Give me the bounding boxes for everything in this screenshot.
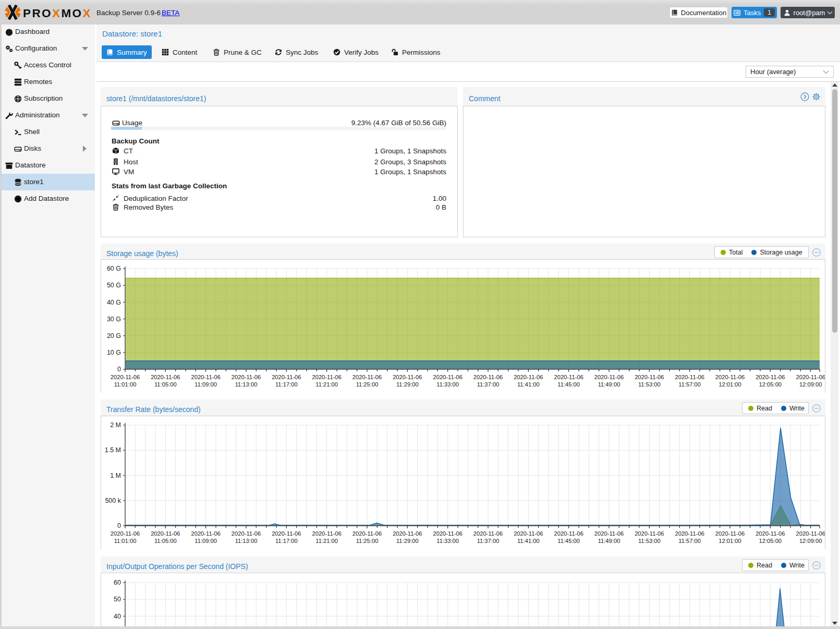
svg-text:11:33:00: 11:33:00 bbox=[436, 381, 459, 388]
svg-text:2 M: 2 M bbox=[110, 421, 121, 429]
svg-text:2020-11-06: 2020-11-06 bbox=[272, 374, 301, 380]
svg-text:11:21:00: 11:21:00 bbox=[315, 538, 338, 544]
svg-text:2020-11-06: 2020-11-06 bbox=[393, 374, 422, 380]
svg-text:2020-11-06: 2020-11-06 bbox=[715, 530, 745, 537]
svg-text:11:49:00: 11:49:00 bbox=[598, 381, 620, 388]
svg-text:2020-11-06: 2020-11-06 bbox=[312, 530, 341, 537]
svg-text:11:37:00: 11:37:00 bbox=[477, 381, 500, 388]
svg-text:11:29:00: 11:29:00 bbox=[396, 381, 419, 388]
svg-text:11:45:00: 11:45:00 bbox=[557, 538, 580, 544]
svg-text:2020-11-06: 2020-11-06 bbox=[111, 374, 140, 380]
svg-text:11:17:00: 11:17:00 bbox=[275, 381, 298, 388]
svg-text:2020-11-06: 2020-11-06 bbox=[473, 530, 503, 537]
svg-text:11:13:00: 11:13:00 bbox=[235, 538, 258, 544]
svg-text:10 G: 10 G bbox=[107, 349, 121, 356]
svg-text:2020-11-06: 2020-11-06 bbox=[151, 530, 180, 537]
svg-text:11:09:00: 11:09:00 bbox=[194, 381, 217, 388]
svg-text:2020-11-06: 2020-11-06 bbox=[191, 374, 220, 380]
svg-text:11:29:00: 11:29:00 bbox=[396, 538, 419, 544]
svg-text:2020-11-06: 2020-11-06 bbox=[312, 374, 341, 380]
svg-text:11:53:00: 11:53:00 bbox=[638, 381, 661, 388]
svg-text:2020-11-06: 2020-11-06 bbox=[675, 374, 704, 380]
svg-text:0: 0 bbox=[117, 522, 121, 529]
svg-text:11:57:00: 11:57:00 bbox=[678, 538, 701, 544]
svg-text:11:49:00: 11:49:00 bbox=[598, 538, 620, 544]
svg-text:2020-11-06: 2020-11-06 bbox=[151, 374, 180, 380]
svg-text:2020-11-06: 2020-11-06 bbox=[433, 530, 462, 537]
svg-text:12:01:00: 12:01:00 bbox=[719, 538, 741, 544]
svg-text:2020-11-06: 2020-11-06 bbox=[272, 530, 301, 537]
svg-text:2020-11-06: 2020-11-06 bbox=[756, 530, 785, 537]
svg-text:40 G: 40 G bbox=[107, 299, 121, 306]
svg-text:2020-11-06: 2020-11-06 bbox=[756, 374, 785, 380]
svg-text:2020-11-06: 2020-11-06 bbox=[232, 374, 261, 380]
svg-text:2020-11-06: 2020-11-06 bbox=[191, 530, 220, 537]
svg-text:12:05:00: 12:05:00 bbox=[759, 381, 782, 388]
svg-text:2020-11-06: 2020-11-06 bbox=[554, 530, 583, 537]
svg-text:11:57:00: 11:57:00 bbox=[678, 381, 701, 388]
svg-text:2020-11-06: 2020-11-06 bbox=[554, 374, 583, 380]
svg-text:11:05:00: 11:05:00 bbox=[154, 381, 177, 388]
svg-text:30 G: 30 G bbox=[107, 316, 121, 323]
svg-text:2020-11-06: 2020-11-06 bbox=[796, 374, 825, 380]
svg-text:11:25:00: 11:25:00 bbox=[356, 538, 379, 544]
svg-text:60: 60 bbox=[114, 579, 121, 586]
svg-text:2020-11-06: 2020-11-06 bbox=[594, 530, 624, 537]
svg-text:50: 50 bbox=[114, 596, 121, 603]
svg-text:12:01:00: 12:01:00 bbox=[719, 381, 741, 388]
svg-text:2020-11-06: 2020-11-06 bbox=[514, 530, 543, 537]
svg-text:11:05:00: 11:05:00 bbox=[154, 538, 177, 544]
svg-text:2020-11-06: 2020-11-06 bbox=[514, 374, 543, 380]
svg-text:2020-11-06: 2020-11-06 bbox=[352, 374, 382, 380]
svg-text:0: 0 bbox=[117, 366, 121, 373]
svg-text:11:33:00: 11:33:00 bbox=[436, 538, 459, 544]
svg-text:11:09:00: 11:09:00 bbox=[194, 538, 217, 544]
svg-text:11:13:00: 11:13:00 bbox=[235, 381, 258, 388]
svg-text:11:41:00: 11:41:00 bbox=[517, 381, 540, 388]
svg-text:2020-11-06: 2020-11-06 bbox=[352, 530, 382, 537]
svg-text:2020-11-06: 2020-11-06 bbox=[675, 530, 704, 537]
svg-text:2020-11-06: 2020-11-06 bbox=[715, 374, 745, 380]
svg-text:1.5 M: 1.5 M bbox=[105, 446, 121, 454]
svg-text:11:21:00: 11:21:00 bbox=[315, 381, 338, 388]
svg-text:2020-11-06: 2020-11-06 bbox=[232, 530, 261, 537]
svg-text:2020-11-06: 2020-11-06 bbox=[473, 374, 503, 380]
svg-text:2020-11-06: 2020-11-06 bbox=[635, 530, 664, 537]
svg-text:11:01:00: 11:01:00 bbox=[114, 538, 137, 544]
svg-text:2020-11-06: 2020-11-06 bbox=[433, 374, 462, 380]
svg-text:12:09:00: 12:09:00 bbox=[799, 538, 822, 544]
svg-text:2020-11-06: 2020-11-06 bbox=[111, 530, 140, 537]
svg-text:2020-11-06: 2020-11-06 bbox=[635, 374, 664, 380]
svg-text:11:37:00: 11:37:00 bbox=[477, 538, 500, 544]
svg-text:1 M: 1 M bbox=[110, 472, 121, 479]
svg-text:50 G: 50 G bbox=[107, 282, 121, 289]
svg-text:500 k: 500 k bbox=[105, 497, 121, 504]
svg-text:11:53:00: 11:53:00 bbox=[638, 538, 661, 544]
svg-text:40: 40 bbox=[114, 613, 121, 620]
svg-text:11:01:00: 11:01:00 bbox=[114, 381, 137, 388]
svg-text:20 G: 20 G bbox=[107, 332, 121, 340]
svg-text:2020-11-06: 2020-11-06 bbox=[594, 374, 624, 380]
svg-text:2020-11-06: 2020-11-06 bbox=[796, 530, 825, 537]
svg-text:2020-11-06: 2020-11-06 bbox=[393, 530, 422, 537]
svg-text:12:05:00: 12:05:00 bbox=[759, 538, 782, 544]
svg-text:11:25:00: 11:25:00 bbox=[356, 381, 379, 388]
svg-text:11:41:00: 11:41:00 bbox=[517, 538, 540, 544]
svg-text:11:17:00: 11:17:00 bbox=[275, 538, 298, 544]
svg-text:12:09:00: 12:09:00 bbox=[799, 381, 822, 388]
svg-text:11:45:00: 11:45:00 bbox=[557, 381, 580, 388]
svg-text:60 G: 60 G bbox=[107, 265, 121, 272]
